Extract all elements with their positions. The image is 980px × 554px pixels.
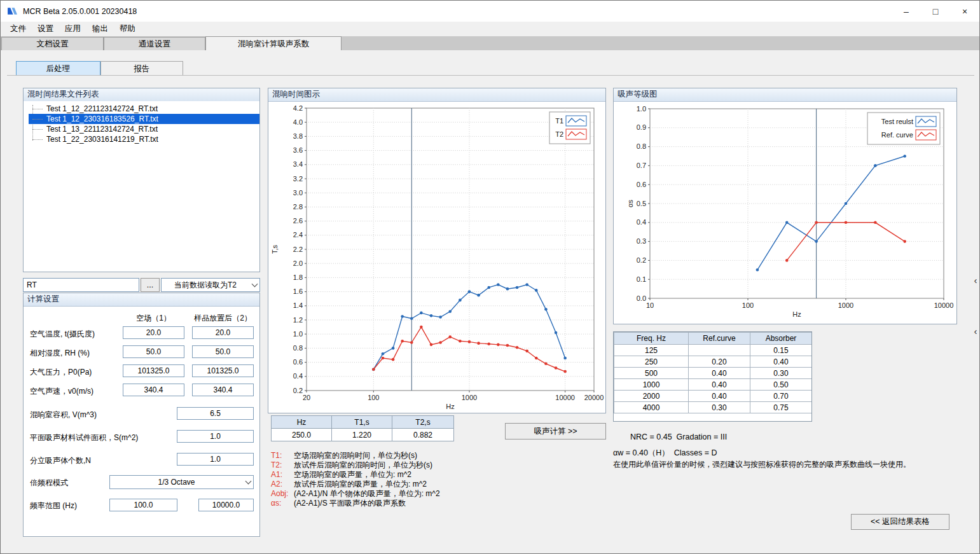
absorber-cell: 0.75 — [750, 402, 812, 413]
octave-combobox[interactable]: 1/3 Octave — [109, 475, 254, 489]
svg-text:3.2: 3.2 — [293, 175, 303, 183]
browse-button[interactable]: ... — [141, 278, 160, 292]
calc-settings-title: 计算设置 — [24, 293, 259, 307]
calc-value-field[interactable] — [177, 430, 254, 443]
freq-max-field[interactable] — [198, 499, 254, 511]
title-bar: MCR Beta 2.05.0.001 20230418 – □ × — [1, 1, 979, 22]
calc-value1-field[interactable] — [123, 326, 184, 339]
note-key: T2: — [271, 461, 294, 470]
menu-bar: 文件 设置 应用 输出 帮助 — [1, 22, 979, 36]
note-text: 空场混响室的混响时间，单位为秒(s) — [294, 451, 417, 460]
calc-row: 空气声速，v0(m/s) — [24, 381, 259, 400]
back-to-results-button[interactable]: << 返回结果表格 — [851, 514, 949, 530]
absorption-calc-button[interactable]: 吸声计算 >> — [505, 423, 606, 440]
rt-name-input[interactable] — [23, 278, 139, 292]
svg-text:2.6: 2.6 — [293, 217, 303, 225]
svg-text:0.0: 0.0 — [637, 294, 646, 302]
close-button[interactable]: × — [950, 1, 979, 22]
calc-row-label: 空气温度, t(摄氏度) — [30, 329, 95, 340]
tab-reverb-absorption[interactable]: 混响室计算吸声系数 — [205, 36, 342, 50]
file-list-item[interactable]: Test 1_12_230316183526_RT.txt — [29, 114, 259, 124]
file-list-item[interactable]: Test 1_12_221123142724_RT.txt — [29, 104, 259, 114]
freq-cell: 250 — [614, 356, 689, 368]
close-icon: × — [962, 6, 967, 17]
freq-range-row: 频率范围 (Hz) — [24, 495, 259, 516]
table-row: 125 0.15 — [614, 345, 812, 356]
freq-cell: 500 — [614, 368, 689, 379]
advice-text: 在使用此单值评价量的时候，强烈建议与按照标准获得的完整的吸声系数曲线一块使用。 — [613, 459, 950, 470]
svg-text:100: 100 — [742, 301, 754, 309]
menu-item-settings[interactable]: 设置 — [32, 22, 59, 36]
collapse-panel-icon[interactable]: ‹ — [971, 273, 980, 287]
tab-channel-settings[interactable]: 通道设置 — [104, 37, 205, 50]
note-key: T1: — [271, 451, 294, 461]
svg-text:0.4: 0.4 — [293, 372, 303, 380]
svg-text:2.0: 2.0 — [293, 260, 303, 267]
maximize-button[interactable]: □ — [921, 1, 950, 22]
table-row: 4000 0.30 0.75 — [614, 402, 812, 413]
rt-chart[interactable]: 0.20.40.60.81.01.21.41.61.82.02.22.42.62… — [268, 101, 605, 413]
main-tab-strip: 文档设置 通道设置 混响室计算吸声系数 — [1, 36, 979, 50]
tab-document-settings[interactable]: 文档设置 — [1, 37, 104, 50]
menu-item-help[interactable]: 帮助 — [114, 22, 141, 36]
cursor-col-hz: Hz — [272, 416, 332, 429]
svg-text:4.2: 4.2 — [293, 104, 303, 112]
subtab-postprocess[interactable]: 后处理 — [16, 61, 100, 76]
ref-cell — [689, 345, 750, 356]
svg-text:0.8: 0.8 — [293, 344, 303, 352]
svg-text:0.9: 0.9 — [637, 123, 646, 131]
svg-text:3.8: 3.8 — [293, 132, 303, 140]
svg-text:Hz: Hz — [446, 403, 454, 410]
chevron-down-icon — [249, 279, 259, 291]
octave-label: 倍频程模式 — [30, 478, 68, 488]
subtab-report[interactable]: 报告 — [100, 61, 183, 76]
svg-text:Test reulst: Test reulst — [881, 118, 913, 125]
calc-row: 空气温度, t(摄氏度) — [24, 324, 259, 343]
svg-text:2.4: 2.4 — [293, 231, 303, 239]
minimize-button[interactable]: – — [892, 1, 921, 22]
calc-value2-field[interactable] — [192, 384, 254, 396]
svg-text:10000: 10000 — [555, 394, 575, 401]
calc-row-label: 大气压力，P0(Pa) — [30, 367, 92, 378]
note-text: 放试件后混响室的吸声量，单位为: m^2 — [294, 480, 427, 488]
absorber-cell: 0.70 — [750, 391, 812, 402]
file-list-panel: 混时间结果文件列表 Test 1_12_221123142724_RT.txt … — [23, 88, 260, 272]
calc-row: 平面吸声材料试件面积，S(m^2) — [24, 426, 259, 448]
menu-item-file[interactable]: 文件 — [4, 22, 32, 36]
octave-value: 1/3 Octave — [110, 478, 243, 487]
subtab-separator — [7, 75, 974, 76]
freq-cell: 2000 — [614, 391, 689, 402]
calc-value1-field[interactable] — [123, 364, 184, 377]
abs-col-absorber: Absorber — [750, 333, 812, 345]
svg-text:0.2: 0.2 — [637, 256, 646, 264]
ref-cell: 0.40 — [689, 391, 750, 402]
note-key: A2: — [271, 480, 294, 489]
collapse-panel-icon[interactable]: ‹ — [971, 324, 980, 338]
calc-value-field[interactable] — [177, 453, 254, 466]
file-list-item[interactable]: Test 1_13_221123142724_RT.txt — [29, 124, 259, 134]
calc-value2-field[interactable] — [192, 326, 254, 339]
svg-text:1.0: 1.0 — [637, 105, 646, 113]
aw-result-text: αw = 0.40（H） Classes = D — [613, 448, 717, 459]
calc-value1-field[interactable] — [123, 384, 184, 396]
data-target-combobox[interactable]: 当前数据读取为T2 — [161, 278, 260, 292]
legend-note: A1:空场混响室的吸声量，单位为: m^2 — [271, 470, 440, 480]
absorption-chart-panel: 吸声等级图 0.00.10.20.30.40.50.60.70.80.91.01… — [613, 88, 957, 324]
menu-item-output[interactable]: 输出 — [86, 22, 114, 36]
calc-value2-field[interactable] — [192, 345, 254, 358]
svg-text:0.3: 0.3 — [637, 237, 646, 245]
calc-value2-field[interactable] — [192, 364, 254, 377]
calc-single-rows: 混响室容积, V(m^3) 平面吸声材料试件面积，S(m^2) 分立吸声体个数,… — [24, 403, 259, 471]
freq-min-field[interactable] — [109, 499, 177, 511]
calc-row-label: 平面吸声材料试件面积，S(m^2) — [30, 433, 138, 443]
calc-value-field[interactable] — [177, 407, 254, 420]
menu-item-apply[interactable]: 应用 — [59, 22, 86, 36]
svg-text:10: 10 — [646, 301, 654, 309]
svg-text:αs: αs — [626, 200, 634, 207]
absorption-chart[interactable]: 0.00.10.20.30.40.50.60.70.80.91.01010010… — [614, 101, 956, 324]
calc-value1-field[interactable] — [123, 345, 184, 358]
note-key: Aobj: — [271, 489, 294, 499]
cursor-readout-table: Hz T1,s T2,s 250.0 1.220 0.882 — [271, 415, 454, 441]
file-list-item[interactable]: Test 1_22_230316141219_RT.txt — [29, 134, 259, 144]
minimize-icon: – — [904, 6, 909, 17]
